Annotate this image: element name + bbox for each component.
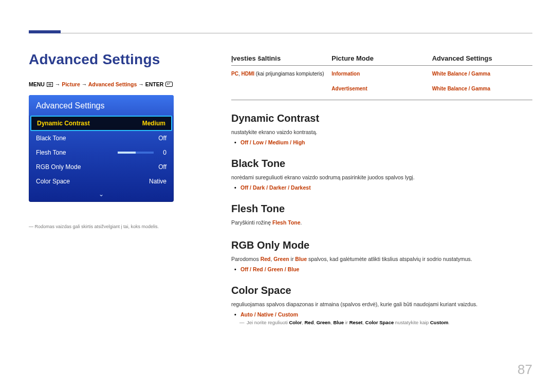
osd-row-rgb-only[interactable]: RGB Only Mode Off bbox=[29, 160, 174, 174]
osd-row-label: Dynamic Contrast bbox=[37, 120, 90, 127]
section-title-rgb: RGB Only Mode bbox=[231, 239, 532, 251]
options-black: Off / Dark / Darker / Darkest bbox=[240, 184, 532, 191]
breadcrumb-enter: ENTER bbox=[145, 81, 164, 87]
osd-slider bbox=[118, 152, 154, 154]
breadcrumb-menu: MENU bbox=[29, 81, 45, 87]
section-title-dynamic: Dynamic Contrast bbox=[231, 113, 532, 124]
menu-icon bbox=[47, 82, 53, 87]
osd-panel: Advanced Settings Dynamic Contrast Mediu… bbox=[29, 95, 174, 202]
cell-adv: White Balance / Gamma White Balance / Ga… bbox=[432, 66, 532, 100]
osd-row-value: Native bbox=[149, 178, 166, 185]
cell-mode: Information Advertisement bbox=[331, 66, 432, 100]
section-desc-flesh: Paryškinti rožinę Flesh Tone. bbox=[231, 219, 532, 227]
col-header-mode: Picture Mode bbox=[331, 52, 432, 65]
osd-row-value: Medium bbox=[142, 120, 165, 127]
page-title: Advanced Settings bbox=[29, 51, 160, 68]
header-rule bbox=[29, 33, 532, 33]
note-cspace: Jei norite reguliuoti Color, Red, Green,… bbox=[247, 320, 532, 325]
section-desc-black: norėdami sureguliuoti ekrano vaizdo sodr… bbox=[231, 174, 532, 181]
osd-footnote: Rodomas vaizdas gali skirtis atsižvelgia… bbox=[29, 224, 178, 229]
osd-row-label: Black Tone bbox=[36, 135, 66, 142]
section-desc-dynamic: nustatykite ekrano vaizdo kontrastą. bbox=[231, 128, 532, 136]
content-body: Dynamic Contrast nustatykite ekrano vaiz… bbox=[231, 113, 532, 325]
osd-title: Advanced Settings bbox=[29, 95, 174, 116]
section-title-cspace: Color Space bbox=[231, 285, 532, 296]
osd-row-flesh-tone[interactable]: Flesh Tone 0 bbox=[29, 145, 174, 160]
osd-row-value: Off bbox=[158, 135, 166, 142]
options-cspace: Auto / Native / Custom bbox=[240, 311, 532, 318]
source-mode-table: Įvesties šaltinis Picture Mode Advanced … bbox=[231, 52, 532, 100]
options-dynamic: Off / Low / Medium / High bbox=[240, 139, 532, 145]
main-content: Įvesties šaltinis Picture Mode Advanced … bbox=[231, 52, 532, 325]
osd-row-color-space[interactable]: Color Space Native bbox=[29, 174, 174, 189]
breadcrumb: MENU → Picture → Advanced Settings → ENT… bbox=[29, 81, 173, 87]
breadcrumb-adv: Advanced Settings bbox=[88, 81, 137, 87]
osd-row-label: Flesh Tone bbox=[36, 149, 66, 156]
breadcrumb-picture: Picture bbox=[62, 81, 80, 87]
section-title-black: Black Tone bbox=[231, 158, 532, 170]
enter-icon bbox=[165, 82, 173, 87]
col-header-adv: Advanced Settings bbox=[432, 52, 532, 65]
osd-row-value: Off bbox=[158, 163, 166, 171]
osd-row-label: RGB Only Mode bbox=[36, 163, 81, 171]
osd-row-value: 0 bbox=[163, 149, 166, 156]
osd-scroll-down-icon[interactable]: ⌄ bbox=[29, 189, 174, 202]
options-rgb: Off / Red / Green / Blue bbox=[240, 266, 532, 272]
osd-row-label: Color Space bbox=[36, 178, 70, 185]
osd-row-black-tone[interactable]: Black Tone Off bbox=[29, 131, 174, 145]
page-number: 87 bbox=[517, 362, 532, 378]
col-header-source: Įvesties šaltinis bbox=[231, 52, 331, 65]
section-desc-cspace: reguliuojamas spalvos diapazonas ir atma… bbox=[231, 301, 532, 308]
section-desc-rgb: Parodomos Red, Green ir Blue spalvos, ka… bbox=[231, 255, 532, 263]
section-title-flesh: Flesh Tone bbox=[231, 203, 532, 215]
cell-source: PC, HDMI (kai prijungiamas kompiuteris) bbox=[231, 66, 331, 100]
osd-row-dynamic-contrast[interactable]: Dynamic Contrast Medium bbox=[30, 116, 172, 131]
